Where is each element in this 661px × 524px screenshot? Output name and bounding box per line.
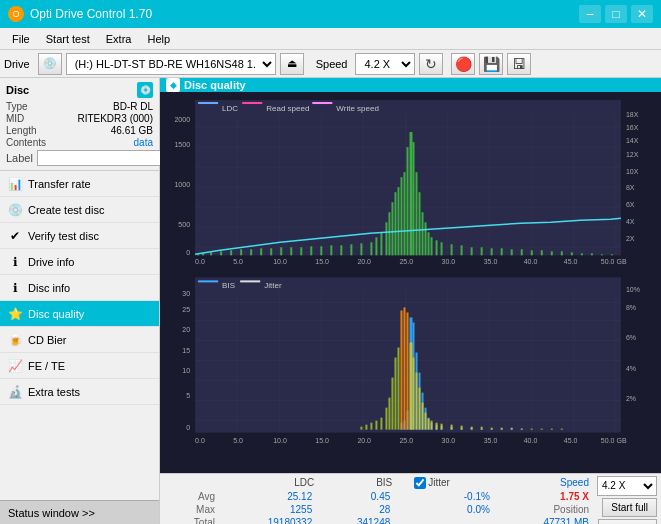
nav-fe-te[interactable]: 📈 FE / TE	[0, 353, 159, 379]
svg-rect-96	[521, 249, 523, 255]
svg-rect-101	[571, 252, 573, 255]
stats-bar: LDC BIS Jitter Speed Avg 25.12 0.45	[160, 473, 661, 524]
svg-rect-186	[471, 427, 473, 430]
speed-header-label: Speed	[560, 477, 589, 488]
nav-create-test-disc[interactable]: 💿 Create test disc	[0, 197, 159, 223]
svg-rect-94	[501, 248, 503, 255]
svg-text:1000: 1000	[174, 181, 190, 188]
status-window-label: Status window >>	[8, 507, 95, 519]
svg-rect-59	[280, 247, 282, 255]
drive-bar: Drive 💿 (H:) HL-DT-ST BD-RE WH16NS48 1.D…	[0, 50, 661, 78]
position-label: Position	[496, 503, 595, 516]
svg-rect-78	[406, 147, 408, 255]
svg-text:30.0: 30.0	[442, 437, 456, 444]
app-title: Opti Drive Control 1.70	[30, 7, 152, 21]
disc-length-value: 46.61 GB	[111, 125, 153, 136]
svg-rect-79	[409, 132, 412, 255]
svg-text:6%: 6%	[626, 334, 636, 341]
charts-svg: LDC Read speed Write speed	[160, 92, 661, 473]
svg-rect-161	[360, 427, 362, 430]
svg-rect-180	[428, 419, 430, 430]
nav-disc-info-label: Disc info	[28, 282, 70, 294]
drive-select[interactable]: (H:) HL-DT-ST BD-RE WH16NS48 1.D3	[66, 53, 276, 75]
status-window-btn[interactable]: Status window >>	[0, 500, 159, 524]
close-button[interactable]: ✕	[631, 5, 653, 23]
svg-text:50.0 GB: 50.0 GB	[601, 437, 627, 444]
total-spacer	[396, 516, 408, 524]
svg-rect-74	[394, 192, 396, 255]
max-jitter: 0.0%	[408, 503, 496, 516]
verify-test-disc-icon: ✔	[8, 229, 22, 243]
stats-table: LDC BIS Jitter Speed Avg 25.12 0.45	[164, 476, 595, 524]
svg-rect-162	[365, 425, 367, 430]
speed-dropdown-select[interactable]: 4.2 X	[597, 476, 657, 496]
nav-disc-quality[interactable]: ⭐ Disc quality	[0, 301, 159, 327]
drive-action-btn1[interactable]: 🔴	[451, 53, 475, 75]
svg-rect-95	[511, 249, 513, 255]
svg-text:2000: 2000	[174, 116, 190, 123]
svg-rect-92	[481, 247, 483, 255]
disc-section: Disc 💿 Type BD-R DL MID RITEKDR3 (000) L…	[0, 78, 159, 171]
svg-text:Write speed: Write speed	[336, 104, 379, 113]
chart-header-icon: ◆	[166, 78, 180, 92]
svg-rect-174	[409, 342, 412, 429]
menu-help[interactable]: Help	[139, 31, 178, 47]
nav-transfer-rate[interactable]: 📊 Transfer rate	[0, 171, 159, 197]
menu-file[interactable]: File	[4, 31, 38, 47]
maximize-button[interactable]: □	[605, 5, 627, 23]
svg-rect-188	[491, 428, 493, 430]
speed-select[interactable]: 4.2 X	[355, 53, 415, 75]
svg-rect-80	[413, 142, 415, 255]
stats-speed-col: Speed	[496, 476, 595, 490]
menu-start-test[interactable]: Start test	[38, 31, 98, 47]
nav-disc-info[interactable]: ℹ Disc info	[0, 275, 159, 301]
svg-rect-167	[388, 398, 390, 430]
disc-label-label: Label	[6, 152, 34, 164]
nav-verify-test-disc[interactable]: ✔ Verify test disc	[0, 223, 159, 249]
svg-text:0: 0	[186, 424, 190, 431]
drive-action-btn3[interactable]: 🖫	[507, 53, 531, 75]
nav-drive-info-label: Drive info	[28, 256, 74, 268]
svg-rect-195	[561, 429, 563, 430]
svg-text:25.0: 25.0	[399, 437, 413, 444]
svg-rect-166	[385, 408, 387, 430]
disc-mid-row: MID RITEKDR3 (000)	[6, 113, 153, 124]
svg-rect-192	[531, 429, 533, 430]
speed-refresh-btn[interactable]: ↻	[419, 53, 443, 75]
title-bar: O Opti Drive Control 1.70 – □ ✕	[0, 0, 661, 28]
start-part-button[interactable]: Start part	[598, 519, 657, 524]
svg-rect-6	[312, 102, 332, 104]
disc-contents-row: Contents data	[6, 137, 153, 148]
minimize-button[interactable]: –	[579, 5, 601, 23]
svg-rect-67	[360, 243, 362, 255]
nav-cd-bier[interactable]: 🍺 CD Bier	[0, 327, 159, 353]
menu-extra[interactable]: Extra	[98, 31, 140, 47]
svg-rect-105	[611, 254, 613, 255]
eject-button[interactable]: ⏏	[280, 53, 304, 75]
svg-rect-69	[375, 237, 377, 255]
disc-type-value: BD-R DL	[113, 101, 153, 112]
disc-label-input[interactable]	[37, 150, 170, 166]
drive-icon-btn[interactable]: 💿	[38, 53, 62, 75]
nav-drive-info[interactable]: ℹ Drive info	[0, 249, 159, 275]
jitter-checkbox[interactable]	[414, 477, 426, 489]
svg-text:20.0: 20.0	[357, 437, 371, 444]
drive-action-btn2[interactable]: 💾	[479, 53, 503, 75]
svg-rect-61	[300, 247, 302, 255]
fe-te-icon: 📈	[8, 359, 22, 373]
disc-label-row: Label ⚙	[6, 150, 153, 166]
jitter-checkbox-cell[interactable]: Jitter	[408, 476, 496, 490]
max-ldc: 1255	[221, 503, 318, 516]
svg-rect-65	[340, 245, 342, 255]
speed-label: Speed	[316, 58, 348, 70]
nav-extra-tests[interactable]: 🔬 Extra tests	[0, 379, 159, 405]
svg-rect-70	[380, 232, 382, 255]
stats-spacer	[396, 476, 408, 490]
svg-rect-73	[391, 202, 393, 255]
app-icon: O	[8, 6, 24, 22]
svg-rect-164	[375, 421, 377, 430]
svg-rect-93	[491, 248, 493, 255]
nav-extra-tests-label: Extra tests	[28, 386, 80, 398]
svg-text:5: 5	[186, 392, 190, 399]
start-full-button[interactable]: Start full	[602, 498, 657, 517]
